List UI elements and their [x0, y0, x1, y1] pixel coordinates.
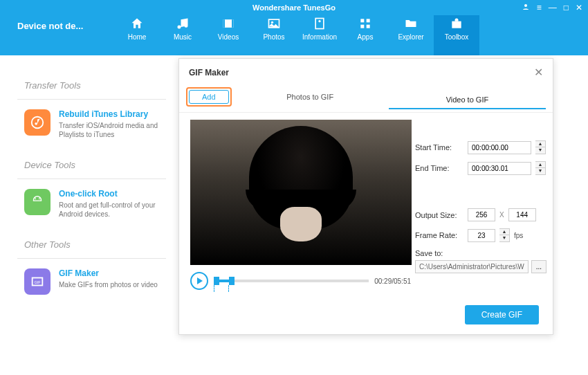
- svg-point-0: [524, 4, 527, 7]
- gif-maker-dialog: GIF Maker ✕ Add Photos to GIF Video to G…: [178, 58, 553, 335]
- svg-rect-9: [367, 19, 370, 22]
- browse-button[interactable]: ...: [531, 260, 546, 273]
- itunes-icon: [24, 109, 50, 136]
- end-time-spinner[interactable]: ▲▼: [535, 161, 546, 175]
- end-time-label: End Time:: [415, 164, 463, 172]
- svg-rect-11: [367, 25, 370, 28]
- play-icon: [197, 277, 203, 284]
- start-time-input[interactable]: [468, 141, 531, 154]
- timeline-slider[interactable]: [214, 280, 369, 282]
- save-to-label: Save to:: [415, 249, 546, 257]
- tool-rebuild-itunes[interactable]: Rebuild iTunes Library Transfer iOS/Andr…: [24, 100, 180, 149]
- frame-rate-input[interactable]: [468, 229, 495, 242]
- playback-time: 00:29/05:51: [374, 277, 411, 285]
- section-other: Other Tools: [24, 239, 180, 250]
- frame-rate-spinner[interactable]: ▲▼: [499, 228, 510, 242]
- svg-rect-10: [360, 25, 364, 28]
- nav-apps[interactable]: Apps: [342, 10, 388, 55]
- x-separator: X: [499, 211, 504, 219]
- nav-videos[interactable]: Videos: [205, 10, 251, 55]
- nav-information[interactable]: Information: [297, 10, 342, 55]
- tool-gif-maker[interactable]: GIF GIF Maker Make GIFs from photos or v…: [24, 259, 180, 304]
- nav-photos[interactable]: Photos: [251, 10, 297, 55]
- output-height-input[interactable]: [508, 208, 536, 221]
- tool-desc: Root and get full-control of your Androi…: [59, 201, 180, 219]
- svg-point-14: [35, 199, 36, 199]
- tool-one-click-root[interactable]: One-click Root Root and get full-control…: [24, 179, 180, 228]
- android-icon: [24, 189, 50, 215]
- svg-point-7: [318, 20, 320, 22]
- svg-rect-3: [232, 19, 234, 28]
- save-path-display: C:\Users\Administrator\Pictures\W: [415, 260, 529, 273]
- svg-rect-2: [223, 19, 226, 28]
- nav-explorer[interactable]: Explorer: [388, 10, 434, 55]
- close-icon[interactable]: ✕: [534, 66, 543, 79]
- gif-icon: GIF: [24, 268, 50, 295]
- output-width-input[interactable]: [468, 208, 495, 221]
- start-time-label: Start Time:: [415, 143, 463, 152]
- svg-text:GIF: GIF: [34, 280, 41, 284]
- section-transfer: Transfer Tools: [24, 80, 180, 91]
- frame-rate-label: Frame Rate:: [415, 231, 463, 239]
- minimize-icon[interactable]: —: [549, 3, 557, 13]
- output-size-label: Output Size:: [415, 211, 463, 219]
- svg-point-5: [271, 21, 273, 24]
- create-gif-button[interactable]: Create GIF: [465, 305, 539, 324]
- tab-video-to-gif[interactable]: Video to GIF: [389, 91, 546, 109]
- dialog-title: GIF Maker: [189, 68, 229, 77]
- start-time-spinner[interactable]: ▲▼: [535, 140, 546, 154]
- svg-point-15: [39, 199, 39, 199]
- video-preview[interactable]: [190, 120, 412, 265]
- add-button[interactable]: Add: [189, 90, 229, 104]
- svg-rect-6: [315, 19, 324, 29]
- nav-home[interactable]: Home: [114, 10, 160, 55]
- tool-title: Rebuild iTunes Library: [59, 109, 180, 119]
- tool-title: One-click Root: [59, 189, 180, 199]
- sidebar: Transfer Tools Rebuild iTunes Library Tr…: [0, 55, 180, 304]
- section-device: Device Tools: [24, 160, 180, 170]
- close-window-icon[interactable]: ✕: [576, 3, 582, 13]
- tool-title: GIF Maker: [59, 268, 158, 278]
- svg-rect-12: [452, 21, 461, 28]
- nav-toolbox[interactable]: Toolbox: [434, 10, 479, 55]
- add-button-highlight: Add: [186, 87, 232, 107]
- menu-icon[interactable]: ≡: [537, 3, 542, 13]
- user-icon[interactable]: [522, 3, 530, 13]
- maximize-icon[interactable]: □: [564, 3, 569, 13]
- trim-end-handle[interactable]: [229, 277, 235, 285]
- nav-music[interactable]: Music: [160, 10, 205, 55]
- tool-desc: Make GIFs from photos or video: [59, 280, 158, 289]
- app-title: Wondershare TunesGo: [252, 3, 336, 12]
- trim-start-handle[interactable]: [214, 277, 219, 285]
- tool-desc: Transfer iOS/Android media and Playlists…: [59, 121, 180, 139]
- play-button[interactable]: [190, 272, 208, 290]
- svg-rect-8: [360, 19, 364, 22]
- tab-photos-to-gif[interactable]: Photos to GIF: [232, 89, 389, 105]
- end-time-input[interactable]: [468, 162, 531, 175]
- fps-label: fps: [514, 232, 523, 239]
